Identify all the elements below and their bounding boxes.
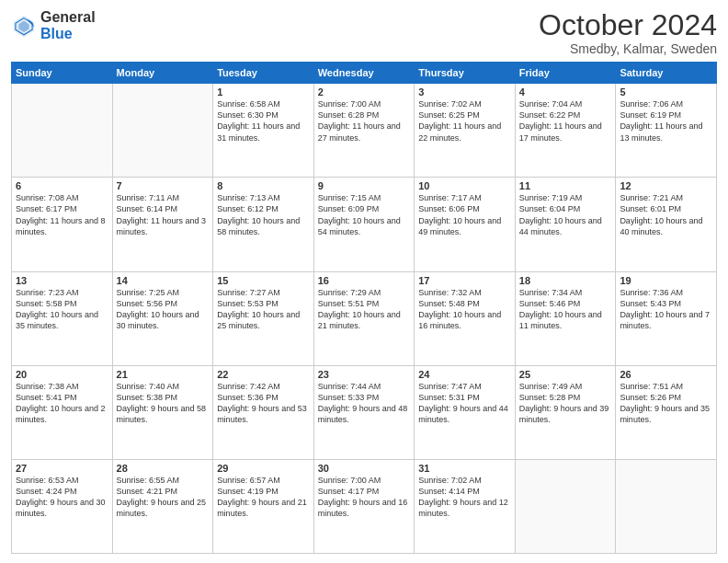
calendar-cell: 6Sunrise: 7:08 AM Sunset: 6:17 PM Daylig…: [12, 178, 113, 271]
day-content: Sunrise: 7:47 AM Sunset: 5:31 PM Dayligh…: [418, 381, 511, 426]
calendar-cell: 11Sunrise: 7:19 AM Sunset: 6:04 PM Dayli…: [515, 178, 616, 271]
day-content: Sunrise: 7:17 AM Sunset: 6:06 PM Dayligh…: [418, 192, 511, 237]
day-number: 11: [519, 180, 612, 191]
calendar-cell: 10Sunrise: 7:17 AM Sunset: 6:06 PM Dayli…: [415, 178, 516, 271]
calendar-header-row: Sunday Monday Tuesday Wednesday Thursday…: [12, 63, 717, 84]
day-number: 12: [620, 180, 712, 191]
day-number: 4: [519, 86, 612, 98]
calendar-cell: 26Sunrise: 7:51 AM Sunset: 5:26 PM Dayli…: [616, 365, 717, 459]
calendar-cell: 13Sunrise: 7:23 AM Sunset: 5:58 PM Dayli…: [12, 271, 113, 365]
col-saturday: Saturday: [616, 63, 717, 84]
header: General Blue October 2024 Smedby, Kalmar…: [11, 9, 717, 56]
day-content: Sunrise: 7:04 AM Sunset: 6:22 PM Dayligh…: [519, 98, 612, 144]
calendar-cell: 1Sunrise: 6:58 AM Sunset: 6:30 PM Daylig…: [213, 84, 314, 178]
title-block: October 2024 Smedby, Kalmar, Sweden: [539, 9, 717, 56]
day-number: 24: [418, 369, 511, 380]
day-content: Sunrise: 6:57 AM Sunset: 4:19 PM Dayligh…: [217, 475, 310, 520]
day-number: 18: [519, 275, 612, 286]
calendar-cell: 20Sunrise: 7:38 AM Sunset: 5:41 PM Dayli…: [12, 365, 113, 459]
day-number: 9: [318, 180, 411, 191]
calendar-cell: 15Sunrise: 7:27 AM Sunset: 5:53 PM Dayli…: [213, 271, 314, 365]
day-content: Sunrise: 7:02 AM Sunset: 4:14 PM Dayligh…: [418, 475, 511, 520]
calendar-cell: 14Sunrise: 7:25 AM Sunset: 5:56 PM Dayli…: [112, 271, 213, 365]
calendar-cell: 30Sunrise: 7:00 AM Sunset: 4:17 PM Dayli…: [313, 459, 415, 553]
day-content: Sunrise: 7:00 AM Sunset: 4:17 PM Dayligh…: [318, 475, 411, 520]
day-content: Sunrise: 6:58 AM Sunset: 6:30 PM Dayligh…: [217, 98, 310, 144]
day-content: Sunrise: 7:21 AM Sunset: 6:01 PM Dayligh…: [620, 192, 712, 237]
day-number: 14: [117, 275, 210, 286]
calendar-cell: 27Sunrise: 6:53 AM Sunset: 4:24 PM Dayli…: [12, 459, 113, 553]
day-number: 25: [519, 369, 612, 380]
day-content: Sunrise: 7:51 AM Sunset: 5:26 PM Dayligh…: [620, 381, 712, 426]
day-content: Sunrise: 7:36 AM Sunset: 5:43 PM Dayligh…: [620, 287, 712, 332]
day-content: Sunrise: 7:25 AM Sunset: 5:56 PM Dayligh…: [117, 287, 210, 332]
day-number: 16: [318, 275, 411, 286]
day-number: 13: [16, 275, 108, 286]
calendar-cell: [112, 84, 213, 178]
day-content: Sunrise: 6:53 AM Sunset: 4:24 PM Dayligh…: [16, 475, 108, 520]
logo: General Blue: [11, 9, 96, 41]
logo-line1: General: [40, 9, 96, 26]
day-content: Sunrise: 7:44 AM Sunset: 5:33 PM Dayligh…: [318, 381, 411, 426]
day-content: Sunrise: 7:13 AM Sunset: 6:12 PM Dayligh…: [217, 192, 310, 237]
day-number: 7: [117, 180, 210, 191]
calendar-cell: 17Sunrise: 7:32 AM Sunset: 5:48 PM Dayli…: [415, 271, 516, 365]
day-content: Sunrise: 7:32 AM Sunset: 5:48 PM Dayligh…: [418, 287, 511, 332]
day-content: Sunrise: 7:19 AM Sunset: 6:04 PM Dayligh…: [519, 192, 612, 237]
day-number: 27: [16, 463, 108, 474]
subtitle: Smedby, Kalmar, Sweden: [539, 41, 717, 56]
calendar-cell: [515, 459, 616, 553]
day-number: 15: [217, 275, 310, 286]
day-content: Sunrise: 7:42 AM Sunset: 5:36 PM Dayligh…: [217, 381, 310, 426]
calendar-week-3: 20Sunrise: 7:38 AM Sunset: 5:41 PM Dayli…: [12, 365, 717, 459]
day-number: 5: [620, 86, 712, 98]
calendar-cell: 2Sunrise: 7:00 AM Sunset: 6:28 PM Daylig…: [313, 84, 415, 178]
calendar-cell: 28Sunrise: 6:55 AM Sunset: 4:21 PM Dayli…: [112, 459, 213, 553]
day-content: Sunrise: 7:49 AM Sunset: 5:28 PM Dayligh…: [519, 381, 612, 426]
col-monday: Monday: [112, 63, 213, 84]
day-content: Sunrise: 7:06 AM Sunset: 6:19 PM Dayligh…: [620, 98, 712, 144]
day-number: 1: [217, 86, 310, 98]
calendar-cell: 25Sunrise: 7:49 AM Sunset: 5:28 PM Dayli…: [515, 365, 616, 459]
col-thursday: Thursday: [415, 63, 516, 84]
calendar-cell: 21Sunrise: 7:40 AM Sunset: 5:38 PM Dayli…: [112, 365, 213, 459]
day-content: Sunrise: 7:38 AM Sunset: 5:41 PM Dayligh…: [16, 381, 108, 426]
calendar-cell: 4Sunrise: 7:04 AM Sunset: 6:22 PM Daylig…: [515, 84, 616, 178]
calendar-week-4: 27Sunrise: 6:53 AM Sunset: 4:24 PM Dayli…: [12, 459, 717, 553]
day-number: 26: [620, 369, 712, 380]
calendar-cell: 3Sunrise: 7:02 AM Sunset: 6:25 PM Daylig…: [415, 84, 516, 178]
calendar-week-2: 13Sunrise: 7:23 AM Sunset: 5:58 PM Dayli…: [12, 271, 717, 365]
day-content: Sunrise: 7:08 AM Sunset: 6:17 PM Dayligh…: [16, 192, 108, 237]
day-content: Sunrise: 7:23 AM Sunset: 5:58 PM Dayligh…: [16, 287, 108, 332]
calendar-cell: 23Sunrise: 7:44 AM Sunset: 5:33 PM Dayli…: [313, 365, 415, 459]
calendar-cell: [12, 84, 113, 178]
day-number: 22: [217, 369, 310, 380]
day-content: Sunrise: 7:00 AM Sunset: 6:28 PM Dayligh…: [318, 98, 411, 144]
day-number: 19: [620, 275, 712, 286]
month-title: October 2024: [539, 9, 717, 41]
calendar-cell: 24Sunrise: 7:47 AM Sunset: 5:31 PM Dayli…: [415, 365, 516, 459]
day-number: 17: [418, 275, 511, 286]
day-content: Sunrise: 7:15 AM Sunset: 6:09 PM Dayligh…: [318, 192, 411, 237]
day-number: 8: [217, 180, 310, 191]
calendar-cell: 7Sunrise: 7:11 AM Sunset: 6:14 PM Daylig…: [112, 178, 213, 271]
calendar-cell: [616, 459, 717, 553]
calendar-cell: 29Sunrise: 6:57 AM Sunset: 4:19 PM Dayli…: [213, 459, 314, 553]
calendar-cell: 5Sunrise: 7:06 AM Sunset: 6:19 PM Daylig…: [616, 84, 717, 178]
day-content: Sunrise: 7:11 AM Sunset: 6:14 PM Dayligh…: [117, 192, 210, 237]
col-tuesday: Tuesday: [213, 63, 314, 84]
page: General Blue October 2024 Smedby, Kalmar…: [0, 0, 728, 563]
day-number: 21: [117, 369, 210, 380]
col-sunday: Sunday: [12, 63, 113, 84]
calendar-cell: 9Sunrise: 7:15 AM Sunset: 6:09 PM Daylig…: [313, 178, 415, 271]
calendar-cell: 31Sunrise: 7:02 AM Sunset: 4:14 PM Dayli…: [415, 459, 516, 553]
day-number: 23: [318, 369, 411, 380]
day-number: 31: [418, 463, 511, 474]
logo-icon: [11, 13, 37, 39]
day-number: 29: [217, 463, 310, 474]
day-content: Sunrise: 7:02 AM Sunset: 6:25 PM Dayligh…: [418, 98, 511, 144]
day-content: Sunrise: 7:29 AM Sunset: 5:51 PM Dayligh…: [318, 287, 411, 332]
calendar-week-1: 6Sunrise: 7:08 AM Sunset: 6:17 PM Daylig…: [12, 178, 717, 271]
logo-line2: Blue: [40, 26, 96, 42]
day-number: 6: [16, 180, 108, 191]
